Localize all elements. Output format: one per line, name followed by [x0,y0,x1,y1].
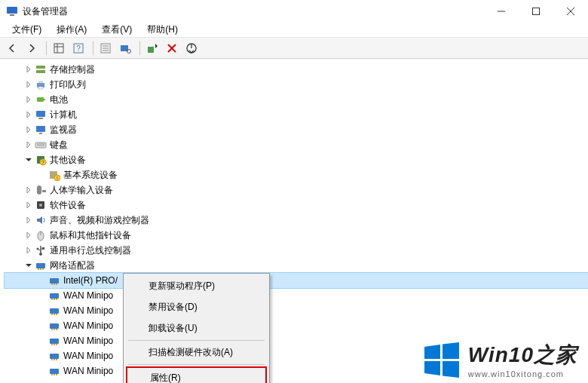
svg-text:?: ? [76,44,81,53]
menu-file[interactable]: 文件(F) [5,22,49,38]
expand-arrow-icon[interactable] [23,259,35,271]
update-driver-button[interactable] [143,39,161,57]
menu-bar: 文件(F) 操作(A) 查看(V) 帮助(H) [0,23,588,38]
menu-action[interactable]: 操作(A) [49,22,94,38]
tree-item[interactable]: 鼠标和其他指针设备 [5,228,588,243]
tree-item-label: WAN Minipo [63,333,113,348]
svg-rect-70 [51,329,53,330]
tree-item-label: 计算机 [50,107,77,122]
svg-rect-72 [56,329,57,330]
tree-item[interactable]: 键盘 [5,137,588,152]
tree-item[interactable]: 通用串行总线控制器 [5,243,588,258]
svg-rect-57 [50,278,59,283]
tree-item[interactable]: 软件设备 [5,198,588,213]
expand-arrow-icon[interactable] [23,93,35,106]
svg-rect-3 [533,8,540,15]
tree-item[interactable]: 网络适配器 [5,258,588,273]
expand-arrow-icon[interactable] [23,244,35,256]
expand-arrow-icon[interactable] [23,184,35,196]
svg-rect-68 [56,314,57,315]
tree-item[interactable]: WAN Minipo [5,318,588,333]
svg-marker-88 [443,361,459,378]
expand-arrow-icon[interactable] [23,229,35,241]
svg-rect-73 [50,339,59,344]
help-button[interactable]: ? [69,39,87,57]
tree-item[interactable]: Intel(R) PRO/ [5,273,588,288]
expand-arrow-icon[interactable] [23,109,35,121]
svg-rect-83 [54,374,55,375]
tree-item-label: 软件设备 [50,198,86,213]
maximize-button[interactable] [519,0,553,23]
tree-item[interactable]: WAN Minipo [5,303,588,318]
svg-rect-54 [38,268,39,270]
tree-item-label: 网络适配器 [50,258,95,273]
svg-rect-42 [42,190,46,192]
svg-rect-63 [54,299,55,300]
expand-arrow-icon[interactable] [23,124,35,136]
svg-marker-86 [443,342,459,359]
svg-rect-75 [54,344,55,345]
context-menu-item[interactable]: 属性(R) [126,366,267,383]
svg-rect-67 [54,314,55,315]
svg-rect-79 [54,359,55,360]
svg-rect-62 [51,299,53,300]
show-hide-button[interactable] [50,39,68,57]
tree-item-label: Intel(R) PRO/ [63,273,118,288]
svg-rect-82 [51,374,53,375]
context-menu-item[interactable]: 更新驱动程序(P) [126,276,267,296]
app-icon [6,5,18,17]
back-button[interactable] [3,39,21,57]
minimize-button[interactable] [484,0,519,23]
expand-arrow-icon[interactable] [23,139,35,151]
forward-button[interactable] [23,39,41,57]
tree-item[interactable]: 存储控制器 [5,62,588,77]
tree-item-label: 鼠标和其他指针设备 [50,228,131,243]
tree-item[interactable]: 计算机 [5,107,588,122]
uninstall-button[interactable] [163,39,181,57]
context-menu-item[interactable]: 扫描检测硬件改动(A) [126,342,267,363]
expand-arrow-icon[interactable] [23,154,35,166]
toolbar-separator [92,41,93,56]
scan-hardware-button[interactable] [116,39,134,57]
expand-arrow-icon[interactable] [23,214,35,226]
expand-arrow-icon [36,350,48,362]
svg-rect-60 [56,283,57,285]
svg-text:?: ? [41,160,44,165]
tree-item-label: WAN Minipo [63,288,113,303]
disable-button[interactable] [182,39,201,57]
context-menu-item[interactable]: 禁用设备(D) [126,297,267,317]
tree-item-label: 存储控制器 [50,62,95,77]
expand-arrow-icon[interactable] [23,63,35,75]
close-button[interactable] [553,0,588,23]
tree-item[interactable]: ?其他设备 [5,152,588,167]
menu-help[interactable]: 帮助(H) [139,22,185,38]
tree-item[interactable]: 电池 [5,92,588,107]
svg-rect-26 [37,97,44,102]
svg-rect-64 [56,299,57,300]
tree-item[interactable]: 监视器 [5,122,588,137]
svg-rect-17 [148,47,154,53]
expand-arrow-icon[interactable] [23,199,35,211]
svg-rect-66 [51,314,53,315]
expand-arrow-icon[interactable] [23,78,35,90]
svg-rect-56 [42,268,44,270]
context-menu-item[interactable]: 卸载设备(U) [126,318,267,339]
svg-rect-81 [50,369,59,374]
tree-item[interactable]: 打印队列 [5,77,588,92]
svg-rect-0 [7,7,17,14]
svg-rect-25 [38,87,43,89]
properties-button[interactable] [96,39,115,57]
menu-view[interactable]: 查看(V) [94,22,139,38]
svg-rect-21 [36,66,45,69]
tree-item[interactable]: WAN Minipo [5,288,588,303]
tree-item-label: WAN Minipo [63,303,113,318]
svg-marker-87 [424,361,440,375]
svg-rect-78 [51,359,53,360]
tree-item[interactable]: 人体学输入设备 [5,182,588,198]
svg-rect-69 [50,323,59,329]
tree-item[interactable]: !基本系统设备 [5,167,588,182]
svg-text:!: ! [57,176,58,181]
watermark: Win10之家 www.win10xitong.com [423,341,577,378]
device-tree[interactable]: 存储控制器打印队列电池计算机监视器键盘?其他设备!基本系统设备人体学输入设备软件… [0,59,588,383]
tree-item[interactable]: 声音、视频和游戏控制器 [5,213,588,228]
